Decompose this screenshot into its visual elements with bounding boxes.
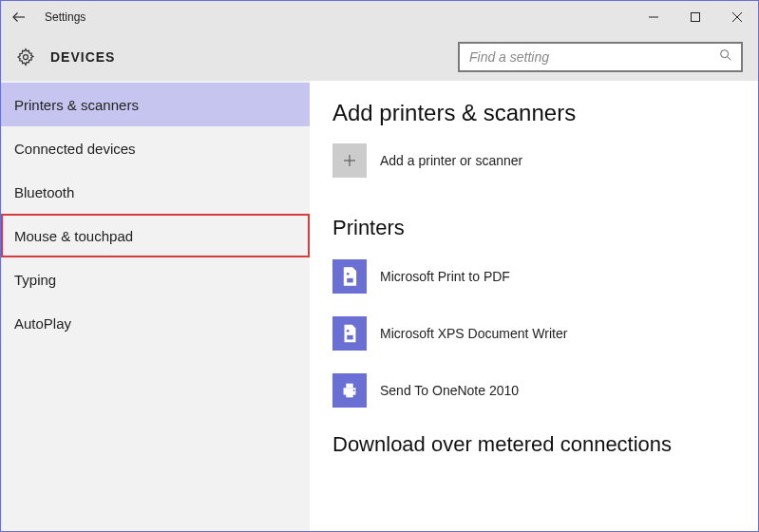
close-button[interactable] <box>716 1 758 33</box>
sidebar: Printers & scanners Connected devices Bl… <box>1 81 310 531</box>
window-title: Settings <box>45 10 85 24</box>
printer-item[interactable]: Send To OneNote 2010 <box>332 373 758 408</box>
maximize-icon <box>690 11 701 23</box>
add-printer-label: Add a printer or scanner <box>380 153 522 168</box>
search-icon <box>718 48 733 66</box>
arrow-left-icon <box>10 9 28 26</box>
close-icon <box>731 11 743 23</box>
sidebar-item-printers-scanners[interactable]: Printers & scanners <box>1 83 310 126</box>
svg-point-13 <box>347 330 350 332</box>
page-printer-icon <box>332 316 367 351</box>
printer-label: Microsoft XPS Document Writer <box>380 326 567 341</box>
search-input[interactable] <box>469 49 718 65</box>
svg-point-17 <box>353 390 355 391</box>
sidebar-item-label: Connected devices <box>14 141 136 157</box>
header: DEVICES <box>1 33 758 81</box>
svg-rect-15 <box>346 384 352 389</box>
svg-point-5 <box>24 55 28 60</box>
printer-icon <box>332 373 367 408</box>
sidebar-item-mouse-touchpad[interactable]: Mouse & touchpad <box>1 214 310 257</box>
content: Add printers & scanners Add a printer or… <box>310 81 758 531</box>
sidebar-item-bluetooth[interactable]: Bluetooth <box>1 170 310 214</box>
printer-label: Send To OneNote 2010 <box>380 383 519 398</box>
sidebar-item-label: Mouse & touchpad <box>14 228 133 244</box>
sidebar-item-typing[interactable]: Typing <box>1 257 310 301</box>
svg-rect-16 <box>346 393 352 398</box>
add-printer-button[interactable]: Add a printer or scanner <box>332 143 758 178</box>
titlebar: Settings <box>1 1 758 33</box>
svg-point-6 <box>721 50 729 58</box>
svg-rect-2 <box>692 13 700 22</box>
heading-printers: Printers <box>332 216 758 240</box>
printer-item[interactable]: Microsoft Print to PDF <box>332 259 758 294</box>
printer-item[interactable]: Microsoft XPS Document Writer <box>332 316 758 351</box>
svg-rect-12 <box>347 335 352 340</box>
search-box[interactable] <box>458 42 743 72</box>
svg-line-7 <box>728 57 731 61</box>
maximize-button[interactable] <box>674 1 716 33</box>
sidebar-item-autoplay[interactable]: AutoPlay <box>1 301 310 345</box>
gear-icon <box>14 46 37 68</box>
printer-label: Microsoft Print to PDF <box>380 269 510 284</box>
sidebar-item-label: AutoPlay <box>14 315 71 332</box>
page-printer-icon <box>332 259 367 294</box>
sidebar-item-label: Typing <box>14 272 56 288</box>
sidebar-item-label: Bluetooth <box>14 184 74 200</box>
section-title: DEVICES <box>50 49 115 65</box>
heading-download-metered: Download over metered connections <box>332 432 758 457</box>
sidebar-item-label: Printers & scanners <box>14 97 139 113</box>
plus-icon <box>332 143 367 178</box>
svg-rect-10 <box>347 278 352 283</box>
back-button[interactable] <box>1 1 37 33</box>
body: Printers & scanners Connected devices Bl… <box>1 81 758 531</box>
svg-point-11 <box>347 273 350 276</box>
minimize-icon <box>648 11 659 23</box>
sidebar-item-connected-devices[interactable]: Connected devices <box>1 126 310 170</box>
settings-window: Settings DEVICES Printers & scanners Con… <box>0 0 759 532</box>
minimize-button[interactable] <box>633 1 674 33</box>
heading-add-printers: Add printers & scanners <box>332 100 758 126</box>
